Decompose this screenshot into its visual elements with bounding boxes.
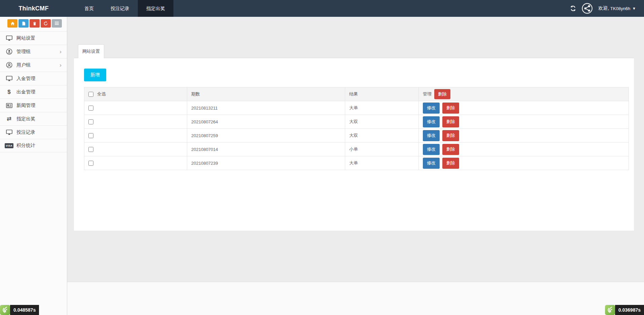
chevron-right-icon: ›	[59, 62, 62, 68]
monitor-icon	[5, 76, 13, 81]
trash-icon	[33, 22, 37, 26]
result-cell: 大双	[345, 129, 419, 143]
row-checkbox[interactable]	[88, 133, 93, 138]
period-cell: 20210813211	[187, 101, 345, 115]
sidebar-item-deposit-management[interactable]: 入金管理	[0, 72, 67, 85]
sidebar-item-news-management[interactable]: 新闻管理	[0, 99, 67, 112]
table-header-row: 全选 期数 结果 管理 删除	[84, 87, 629, 101]
row-checkbox[interactable]	[88, 119, 93, 124]
period-header: 期数	[187, 87, 345, 101]
table-row: 20210807239 大单 修改 删除	[84, 156, 629, 170]
recycle-button[interactable]	[41, 19, 51, 28]
results-table: 全选 期数 结果 管理 删除 20210813211 大单	[84, 87, 629, 170]
load-time-value: 0.048587s	[10, 305, 39, 315]
file-icon	[22, 22, 26, 26]
sidebar-item-user-group[interactable]: 用户组 ›	[0, 58, 67, 72]
edit-button[interactable]: 修改	[423, 130, 440, 141]
thinkphp-logo-icon	[0, 305, 10, 315]
sidebar: 网站设置 管理组 › 用户组 › 入金管理 $ 出金管理	[0, 17, 67, 315]
user-menu[interactable]: 欢迎, TK08yn6h ▼	[598, 5, 636, 11]
table-row: 20210813211 大单 修改 删除	[84, 101, 629, 115]
manage-header: 管理 删除	[419, 87, 629, 101]
admin-group-icon	[5, 48, 13, 55]
sidebar-item-bet-records[interactable]: 投注记录	[0, 125, 67, 139]
edit-button[interactable]: 修改	[423, 158, 440, 169]
navbar-right: 欢迎, TK08yn6h ▼	[570, 0, 636, 17]
manage-header-label: 管理	[423, 91, 432, 97]
sidebar-toolbar	[7, 19, 67, 28]
select-all-label: 全选	[97, 91, 106, 96]
welcome-text: 欢迎,	[598, 5, 609, 11]
visa-icon: VISA	[5, 143, 13, 148]
file-button[interactable]	[18, 19, 29, 28]
sidebar-menu: 网站设置 管理组 › 用户组 › 入金管理 $ 出金管理	[0, 31, 67, 152]
sidebar-item-withdrawal-management[interactable]: $ 出金管理	[0, 85, 67, 99]
content-panel: 新增 全选 期数 结果 管理 删除	[74, 58, 634, 231]
select-all-header: 全选	[84, 87, 187, 101]
username: TK08yn6h	[610, 6, 630, 11]
delete-button[interactable]: 删除	[442, 144, 459, 155]
sidebar-item-assign-lottery[interactable]: ⇄ 指定出奖	[0, 112, 67, 125]
delete-button[interactable]: 删除	[442, 116, 459, 127]
add-button[interactable]: 新增	[84, 69, 106, 81]
load-time-value: 0.036987s	[615, 305, 644, 315]
bulk-delete-button[interactable]: 删除	[434, 89, 450, 99]
refresh-icon[interactable]	[570, 5, 576, 11]
table-row: 20210807014 小单 修改 删除	[84, 143, 629, 156]
table-row: 20210807259 大双 修改 删除	[84, 129, 629, 143]
top-nav: 首页 投注记录 指定出奖	[76, 0, 173, 17]
home-button[interactable]	[7, 19, 17, 28]
thinkphp-logo-icon	[605, 305, 615, 315]
delete-button[interactable]: 删除	[442, 158, 459, 169]
chevron-right-icon: ›	[59, 49, 62, 54]
select-all-checkbox[interactable]	[88, 92, 93, 97]
result-header: 结果	[345, 87, 419, 101]
recycle-icon	[44, 22, 48, 26]
result-cell: 小单	[345, 143, 419, 156]
result-cell: 大单	[345, 156, 419, 170]
edit-button[interactable]: 修改	[423, 103, 440, 114]
period-cell: 20210807014	[187, 143, 345, 156]
list-button[interactable]	[52, 19, 62, 28]
page-load-time-right: 0.036987s	[605, 305, 644, 315]
result-cell: 大双	[345, 115, 419, 129]
nav-item-bet-records[interactable]: 投注记录	[102, 0, 138, 17]
delete-button[interactable]: 删除	[442, 130, 459, 141]
trash-button[interactable]	[30, 19, 40, 28]
home-icon	[10, 22, 15, 26]
delete-button[interactable]: 删除	[442, 103, 459, 114]
period-cell: 20210807239	[187, 156, 345, 170]
list-icon	[55, 22, 59, 25]
content-area: 网站设置 新增 全选 期数 结果 管理 删除	[67, 17, 644, 282]
sidebar-item-points-statistics[interactable]: VISA 积分统计	[0, 139, 67, 152]
monitor-icon	[5, 129, 13, 135]
user-group-icon	[5, 62, 13, 68]
footer	[67, 282, 644, 315]
nav-item-assign-lottery[interactable]: 指定出奖	[138, 0, 173, 17]
app-brand[interactable]: ThinkCMF	[0, 0, 67, 17]
nav-item-home[interactable]: 首页	[76, 0, 102, 17]
sidebar-item-site-settings[interactable]: 网站设置	[0, 31, 67, 45]
period-cell: 20210807259	[187, 129, 345, 143]
row-checkbox[interactable]	[88, 147, 93, 152]
edit-button[interactable]: 修改	[423, 144, 440, 155]
row-checkbox[interactable]	[88, 106, 93, 111]
row-checkbox[interactable]	[88, 161, 93, 166]
edit-button[interactable]: 修改	[423, 116, 440, 127]
tab-site-settings[interactable]: 网站设置	[78, 44, 104, 58]
page-load-time-left: 0.048587s	[0, 305, 39, 315]
caret-down-icon: ▼	[632, 6, 636, 10]
avatar-icon[interactable]	[581, 3, 593, 14]
monitor-icon	[5, 35, 13, 41]
exchange-icon: ⇄	[5, 115, 13, 122]
sidebar-item-admin-group[interactable]: 管理组 ›	[0, 45, 67, 58]
result-cell: 大单	[345, 101, 419, 115]
newspaper-icon	[5, 103, 13, 108]
dollar-icon: $	[5, 89, 13, 95]
period-cell: 20210807264	[187, 115, 345, 129]
top-navbar: ThinkCMF 首页 投注记录 指定出奖 欢迎,	[0, 0, 644, 17]
table-row: 20210807264 大双 修改 删除	[84, 115, 629, 129]
